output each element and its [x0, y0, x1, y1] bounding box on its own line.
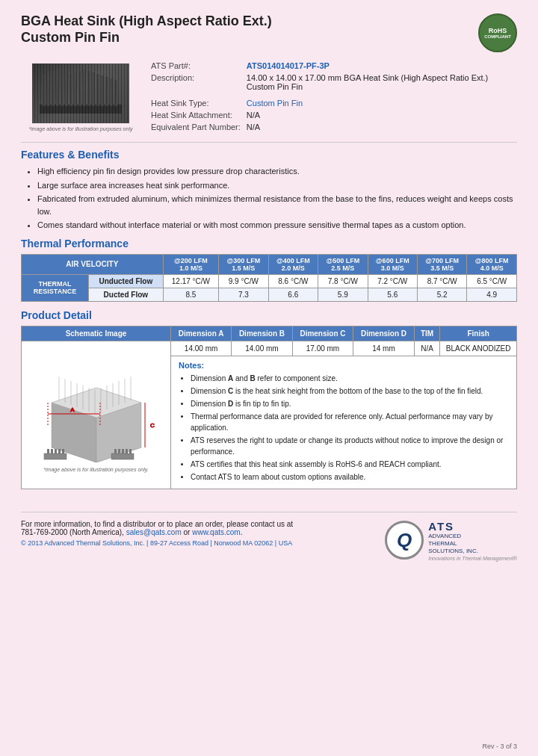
attachment-value: N/A — [244, 109, 517, 121]
dim-c-value: 17.00 mm — [292, 341, 353, 356]
svg-rect-17 — [114, 80, 117, 106]
schematic-image-cell: A C — [22, 341, 171, 489]
unducted-val-5: 8.7 °C/W — [417, 274, 466, 288]
col-header-4: @600 LFM 3.0 M/S — [368, 254, 417, 274]
features-section: Features & Benefits High efficiency pin … — [21, 149, 517, 232]
dim-b-value: 14.00 mm — [232, 341, 293, 356]
finish-value: BLACK ANODIZED — [440, 341, 517, 356]
header-row: BGA Heat Sink (High Aspect Ratio Ext.) C… — [21, 13, 517, 52]
description-value: 14.00 x 14.00 x 17.00 mm BGA Heat Sink (… — [244, 72, 517, 93]
svg-rect-47 — [62, 449, 64, 453]
ducted-val-4: 5.6 — [368, 288, 417, 301]
product-image — [32, 63, 129, 123]
ducted-val-1: 7.3 — [219, 288, 268, 301]
ats-full3: SOLUTIONS, INC. — [428, 548, 517, 555]
footer-address: | 89-27 Access Road | Norwood MA 02062 |… — [146, 539, 292, 547]
svg-rect-49 — [114, 449, 117, 453]
svg-rect-51 — [122, 449, 124, 453]
ats-full2: THERMAL — [428, 540, 517, 548]
rohs-label: RoHS — [489, 27, 507, 34]
tim-header: TIM — [414, 326, 440, 341]
feature-item: Comes standard without interface materia… — [37, 219, 517, 232]
col-header-2: @400 LFM 2.0 M/S — [268, 254, 318, 274]
ats-q-logo: Q — [385, 521, 424, 560]
rohs-sub: COMPLIANT — [484, 34, 511, 39]
ats-part-value: ATS014014017-PF-3P — [244, 60, 517, 72]
dim-b-header: Dimension B — [232, 326, 293, 341]
note-item-3: Thermal performance data are provided fo… — [191, 411, 509, 433]
note-item-4: ATS reserves the right to update or chan… — [191, 435, 509, 457]
rohs-badge: RoHS COMPLIANT — [478, 13, 517, 52]
svg-rect-11 — [87, 71, 90, 106]
svg-rect-42 — [44, 453, 67, 459]
svg-rect-44 — [51, 449, 53, 453]
part-details: ATS Part#: ATS014014017-PF-3P Descriptio… — [140, 60, 517, 134]
col-header-3: @500 LFM 2.5 M/S — [318, 254, 368, 274]
contact-info: For more information, to find a distribu… — [21, 520, 293, 536]
thermal-resistance-label: THERMAL RESISTANCE — [22, 274, 89, 301]
product-detail-outer: Schematic Image Dimension A Dimension B … — [21, 326, 517, 489]
svg-rect-12 — [92, 72, 95, 106]
footer-phone: 781-769-2000 (North America), — [21, 528, 124, 536]
svg-text:A: A — [70, 406, 75, 413]
footer-or: or — [184, 528, 191, 536]
svg-rect-13 — [96, 74, 99, 106]
svg-rect-4 — [56, 69, 59, 106]
note-item-2: Dimension D is fin tip to fin tip. — [191, 398, 509, 409]
svg-rect-7 — [69, 74, 72, 106]
features-list: High efficiency pin fin design provides … — [21, 165, 517, 232]
schematic-caption: *image above is for illustration purpose… — [26, 467, 166, 472]
svg-rect-6 — [65, 72, 68, 106]
contact-text: For more information, to find a distribu… — [21, 520, 293, 528]
svg-rect-14 — [101, 75, 104, 106]
footer-website[interactable]: www.qats.com — [192, 528, 240, 536]
product-detail-title: Product Detail — [21, 309, 517, 321]
note-item-5: ATS certifies that this heat sink assemb… — [191, 459, 509, 470]
finish-header: Finish — [440, 326, 517, 341]
ducted-val-3: 5.9 — [318, 288, 368, 301]
schematic-svg: A C — [37, 358, 156, 462]
note-item-0: Dimension A and B refer to component siz… — [191, 373, 509, 384]
part-info-section: *image above is for illustration purpose… — [21, 60, 517, 134]
svg-rect-52 — [126, 449, 128, 453]
divider1 — [21, 142, 517, 143]
svg-rect-9 — [78, 71, 81, 106]
unducted-val-2: 8.6 °C/W — [268, 274, 318, 288]
col-header-6: @800 LFM 4.0 M/S — [467, 254, 517, 274]
svg-rect-50 — [118, 449, 120, 453]
svg-text:C: C — [150, 422, 155, 429]
dim-a-header: Dimension A — [171, 326, 232, 341]
page-number: Rev - 3 of 3 — [482, 743, 517, 750]
title-line1: BGA Heat Sink (High Aspect Ratio Ext.) — [21, 13, 272, 30]
svg-rect-53 — [129, 449, 132, 453]
col-header-5: @700 LFM 3.5 M/S — [417, 254, 466, 274]
unducted-label: Unducted Flow — [89, 274, 164, 288]
note-item-6: Contact ATS to learn about custom option… — [191, 471, 509, 483]
notes-list: Dimension A and B refer to component siz… — [179, 373, 509, 483]
unducted-val-6: 6.5 °C/W — [467, 274, 517, 288]
title-block: BGA Heat Sink (High Aspect Ratio Ext.) C… — [21, 13, 272, 46]
feature-item: Large surface area increases heat sink p… — [37, 179, 517, 192]
svg-rect-15 — [105, 77, 108, 106]
footer-copyright: © 2013 Advanced Thermal Solutions, Inc. … — [21, 539, 293, 547]
svg-rect-2 — [47, 72, 50, 106]
unducted-val-4: 7.2 °C/W — [368, 274, 417, 288]
footer-left: For more information, to find a distribu… — [21, 520, 293, 547]
svg-rect-3 — [52, 71, 55, 106]
image-caption: *image above is for illustration purpose… — [29, 126, 133, 131]
svg-rect-5 — [61, 71, 64, 106]
ducted-label: Ducted Flow — [89, 288, 164, 301]
features-title: Features & Benefits — [21, 149, 517, 161]
title-line2: Custom Pin Fin — [21, 30, 272, 46]
page: BGA Heat Sink (High Aspect Ratio Ext.) C… — [0, 0, 538, 756]
ducted-val-2: 6.6 — [268, 288, 318, 301]
footer-logo: Q ATS ADVANCED THERMAL SOLUTIONS, INC. I… — [385, 520, 517, 561]
description-label: Description: — [148, 72, 244, 93]
svg-rect-0 — [40, 105, 122, 114]
ducted-val-0: 8.5 — [163, 288, 218, 301]
thermal-performance-title: Thermal Performance — [21, 238, 517, 250]
dim-a-value: 14.00 mm — [171, 341, 232, 356]
footer-email[interactable]: sales@qats.com — [126, 528, 182, 536]
svg-rect-8 — [74, 72, 77, 106]
thermal-table: AIR VELOCITY @200 LFM 1.0 M/S @300 LFM 1… — [21, 254, 517, 302]
